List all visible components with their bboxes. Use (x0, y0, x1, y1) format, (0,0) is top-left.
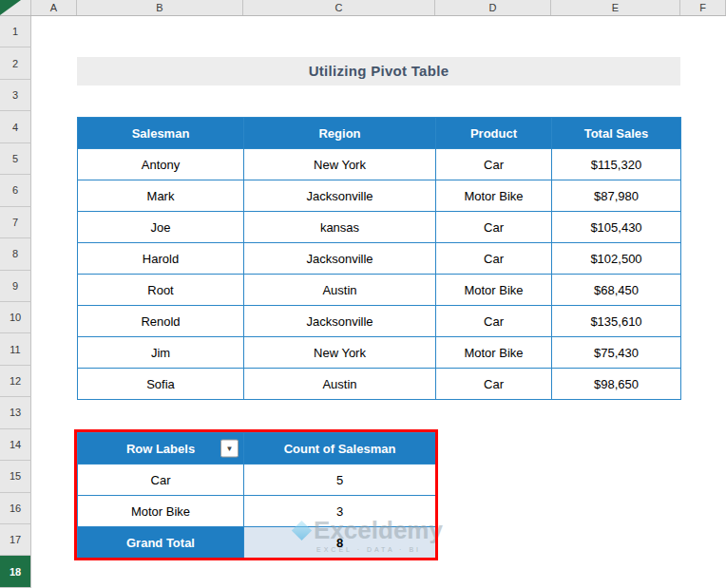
column-header-F[interactable]: F (680, 0, 726, 15)
column-header-C[interactable]: C (243, 0, 435, 15)
data-cell[interactable]: Motor Bike (436, 337, 552, 369)
data-cell[interactable]: New York (244, 337, 436, 369)
data-cell[interactable]: $135,610 (552, 306, 681, 337)
data-cell[interactable]: Motor Bike (436, 180, 552, 212)
select-all-triangle-icon (0, 0, 21, 15)
data-cell[interactable]: Motor Bike (436, 275, 552, 306)
data-cell[interactable]: Joe (78, 212, 244, 243)
data-cell[interactable]: $75,430 (552, 337, 681, 369)
data-cell[interactable]: Austin (244, 275, 436, 306)
row-header-17[interactable]: 17 (0, 524, 31, 556)
table-row: Harold Jacksonville Car $102,500 (78, 243, 681, 275)
data-cell[interactable]: Antony (78, 149, 244, 180)
header-cell-total-sales[interactable]: Total Sales (552, 118, 681, 149)
data-cell[interactable]: Renold (78, 306, 244, 337)
header-cell-product[interactable]: Product (436, 118, 552, 149)
row-header-7[interactable]: 7 (0, 207, 31, 238)
sales-table: Salesman Region Product Total Sales Anto… (77, 117, 681, 400)
data-cell[interactable]: Sofia (78, 369, 244, 400)
column-header-B[interactable]: B (77, 0, 243, 15)
select-all-button[interactable] (0, 0, 31, 15)
data-cell[interactable]: $105,430 (552, 212, 681, 243)
row-header-12[interactable]: 12 (0, 366, 31, 397)
data-cell[interactable]: Harold (78, 243, 244, 275)
table-row: Root Austin Motor Bike $68,450 (78, 275, 681, 306)
data-cell[interactable]: Mark (78, 180, 244, 212)
data-cell[interactable]: $102,500 (552, 243, 681, 275)
data-cell[interactable]: $87,980 (552, 180, 681, 212)
data-cell[interactable]: Jim (78, 337, 244, 369)
data-cell[interactable]: Car (436, 149, 552, 180)
table-row: Mark Jacksonville Motor Bike $87,980 (78, 180, 681, 212)
data-cell[interactable]: $115,320 (552, 149, 681, 180)
column-header-D[interactable]: D (435, 0, 551, 15)
column-header-A[interactable]: A (31, 0, 77, 15)
row-header-5[interactable]: 5 (0, 143, 31, 175)
row-header-16[interactable]: 16 (0, 493, 31, 524)
table-row: Joe kansas Car $105,430 (78, 212, 681, 243)
row-header-3[interactable]: 3 (0, 80, 31, 111)
table-row: Sofia Austin Car $98,650 (78, 369, 681, 400)
row-header-4[interactable]: 4 (0, 111, 31, 142)
row-header-10[interactable]: 10 (0, 302, 31, 333)
data-cell[interactable]: Jacksonville (244, 180, 436, 212)
row-header-18-selected[interactable]: 18 (0, 556, 31, 587)
excel-worksheet: A B C D E F 1 2 3 4 5 6 7 8 9 10 11 12 1… (0, 0, 726, 588)
sales-table-header-row: Salesman Region Product Total Sales (78, 118, 681, 149)
data-cell[interactable]: $98,650 (552, 369, 681, 400)
row-header-9[interactable]: 9 (0, 271, 31, 302)
data-cell[interactable]: $68,450 (552, 275, 681, 306)
sheet-title-cell[interactable]: Utilizing Pivot Table (77, 57, 680, 85)
data-cell[interactable]: Jacksonville (244, 306, 436, 337)
row-header-8[interactable]: 8 (0, 238, 31, 270)
row-header-11[interactable]: 11 (0, 333, 31, 365)
table-row: Antony New York Car $115,320 (78, 149, 681, 180)
row-header-6[interactable]: 6 (0, 175, 31, 206)
row-header-15[interactable]: 15 (0, 461, 31, 492)
column-header-E[interactable]: E (551, 0, 680, 15)
column-header-strip: A B C D E F (0, 0, 726, 16)
header-cell-salesman[interactable]: Salesman (78, 118, 244, 149)
data-cell[interactable]: Car (436, 212, 552, 243)
row-header-14[interactable]: 14 (0, 429, 31, 461)
data-cell[interactable]: Jacksonville (244, 243, 436, 275)
row-header-strip: 1 2 3 4 5 6 7 8 9 10 11 12 13 14 15 16 1… (0, 16, 31, 588)
data-cell[interactable]: Car (436, 369, 552, 400)
pivot-highlight-border (74, 429, 438, 560)
row-header-13[interactable]: 13 (0, 397, 31, 428)
data-cell[interactable]: Austin (244, 369, 436, 400)
data-cell[interactable]: New York (244, 149, 436, 180)
table-row: Renold Jacksonville Car $135,610 (78, 306, 681, 337)
data-cell[interactable]: Car (436, 243, 552, 275)
data-cell[interactable]: Root (78, 275, 244, 306)
table-row: Jim New York Motor Bike $75,430 (78, 337, 681, 369)
data-cell[interactable]: kansas (244, 212, 436, 243)
header-cell-region[interactable]: Region (244, 118, 436, 149)
data-cell[interactable]: Car (436, 306, 552, 337)
row-header-2[interactable]: 2 (0, 47, 31, 79)
row-header-1[interactable]: 1 (0, 16, 31, 47)
